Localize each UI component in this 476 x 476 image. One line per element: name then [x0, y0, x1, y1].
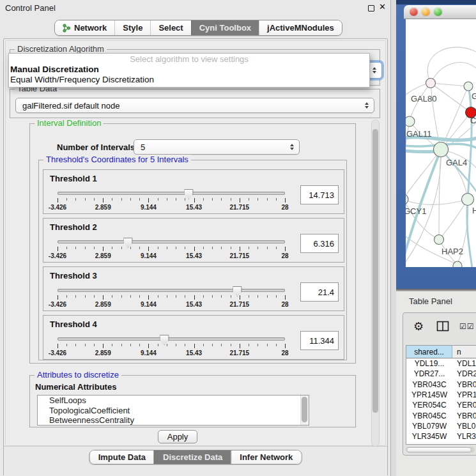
- cell[interactable]: YBL079W: [406, 421, 452, 431]
- cell[interactable]: YDR2: [452, 369, 476, 379]
- cell[interactable]: YIL052C: [406, 441, 452, 445]
- node-label-gal4: GAL4: [446, 158, 467, 167]
- table-row[interactable]: YDL19...YDL1: [406, 358, 476, 369]
- cell[interactable]: YIL0: [452, 441, 476, 445]
- cell[interactable]: YLR345W: [406, 431, 452, 441]
- minimize-traffic-light[interactable]: [422, 8, 430, 16]
- node-bottom-partial[interactable]: [453, 261, 462, 267]
- table-row[interactable]: YBR045CYBR0: [406, 410, 476, 420]
- cell[interactable]: YER054C: [406, 400, 452, 410]
- tick-label: 9.144: [141, 349, 157, 357]
- close-icon[interactable]: ✕: [379, 2, 386, 12]
- tab-jactivemnodules-label: jActiveMNodules: [267, 23, 334, 33]
- node-h[interactable]: [462, 194, 474, 206]
- list-item-betweennesscentrality[interactable]: BetweennessCentrality: [38, 415, 309, 426]
- network-window-titlebar[interactable]: [404, 5, 476, 19]
- cell[interactable]: YBL0: [452, 421, 476, 431]
- threshold-1-value-field[interactable]: [300, 185, 339, 204]
- tab-infer-network-label: Infer Network: [240, 452, 293, 462]
- tab-discretize-data[interactable]: Discretize Data: [154, 450, 231, 464]
- list-scrollbar[interactable]: [300, 395, 309, 425]
- table-row[interactable]: YER054CYER0: [406, 400, 476, 410]
- combo-arrows-icon: [290, 144, 294, 150]
- table-horizontal-scrollbar[interactable]: [406, 447, 475, 453]
- algorithm-hint-item: Select algorithm to view settings: [9, 54, 369, 65]
- right-area: GAL80 G C GAL11 GAL4 GCY1 H HAP2 Table P…: [396, 0, 476, 476]
- node-gal4[interactable]: [434, 142, 449, 157]
- tick-label: 21.715: [230, 301, 250, 308]
- cell[interactable]: YDL1: [452, 358, 476, 369]
- panel-scrollbar[interactable]: [371, 119, 380, 447]
- apply-button[interactable]: Apply: [158, 430, 197, 443]
- algorithm-option-manual[interactable]: Manual Discretization: [9, 65, 369, 75]
- table-data-combobox[interactable]: galFiltered.sif default node: [15, 98, 374, 113]
- tick-label: 9.144: [141, 252, 157, 259]
- tab-impute-data[interactable]: Impute Data: [90, 450, 154, 464]
- cell[interactable]: YPR145W: [406, 390, 452, 400]
- cell[interactable]: YER0: [452, 400, 476, 410]
- cell[interactable]: YLR3: [452, 431, 476, 441]
- table-row[interactable]: YDR27...YDR2: [406, 369, 476, 379]
- cell[interactable]: YBR045C: [406, 410, 452, 420]
- slider-tick-labels: -3.426 2.859 9.144 15.43 21.715 28: [58, 301, 285, 309]
- close-traffic-light[interactable]: [410, 8, 418, 16]
- cell[interactable]: YPR1: [452, 390, 476, 400]
- table-horizontal-scrollbar-thumb[interactable]: [406, 447, 472, 452]
- tick-label: 28: [281, 204, 288, 211]
- threshold-2-box: Threshold 2 -3.426 2.859 9.144 15.43 21.…: [43, 218, 344, 263]
- node-gal11[interactable]: [406, 116, 415, 127]
- column-view-icon[interactable]: [436, 321, 449, 332]
- list-item-selfloops[interactable]: SelfLoops: [38, 395, 309, 406]
- table-row[interactable]: YLR345WYLR3: [406, 431, 476, 441]
- threshold-1-slider[interactable]: -3.426 2.859 9.144 15.43 21.715 28: [58, 188, 285, 213]
- table-row[interactable]: YBL079WYBL0: [406, 421, 476, 431]
- column-header-name[interactable]: n: [452, 346, 476, 358]
- table-row[interactable]: YIL052CYIL0: [406, 441, 476, 445]
- tick-label: 2.859: [95, 349, 111, 357]
- tab-infer-network[interactable]: Infer Network: [231, 450, 301, 464]
- threshold-2-value-field[interactable]: [300, 234, 339, 253]
- list-scrollbar-thumb[interactable]: [302, 397, 307, 422]
- threshold-3-value-field[interactable]: [300, 282, 339, 302]
- slider-track[interactable]: [58, 337, 285, 341]
- threshold-4-slider[interactable]: -3.426 2.859 9.144 15.43 21.715 28: [58, 334, 285, 359]
- number-of-intervals-combobox[interactable]: 5: [134, 139, 300, 155]
- network-view-canvas[interactable]: GAL80 G C GAL11 GAL4 GCY1 H HAP2: [406, 19, 476, 267]
- slider-track[interactable]: [58, 240, 285, 243]
- algorithm-option-equal-width[interactable]: Equal Width/Frequency Discretization: [9, 75, 369, 85]
- panel-scrollbar-thumb[interactable]: [372, 129, 378, 413]
- node-gcy1[interactable]: [406, 194, 408, 204]
- tab-jactivemnodules[interactable]: jActiveMNodules: [259, 20, 342, 35]
- cell[interactable]: YBR0: [452, 410, 476, 420]
- checkboxes-icon[interactable]: ☑☑: [459, 322, 475, 331]
- tab-cyni-toolbox[interactable]: Cyni Toolbox: [191, 20, 259, 35]
- tab-select[interactable]: Select: [150, 20, 190, 35]
- tick-label: 28: [281, 301, 288, 308]
- column-header-shared[interactable]: shared...: [406, 346, 452, 358]
- list-item-topologicalcoefficient[interactable]: TopologicalCoefficient: [38, 406, 309, 416]
- node-gal80[interactable]: [426, 79, 436, 88]
- cell[interactable]: YDL19...: [406, 358, 452, 369]
- network-icon: [63, 24, 71, 33]
- slider-track[interactable]: [58, 192, 285, 195]
- gear-icon[interactable]: ⚙: [413, 319, 424, 334]
- float-window-icon[interactable]: [368, 5, 374, 12]
- tab-style[interactable]: Style: [114, 20, 150, 35]
- node-hap2[interactable]: [434, 235, 444, 245]
- slider-track[interactable]: [58, 289, 285, 292]
- threshold-2-slider[interactable]: -3.426 2.859 9.144 15.43 21.715 28: [58, 236, 285, 262]
- table-row[interactable]: YPR145WYPR1: [406, 390, 476, 400]
- table-row[interactable]: YBR043CYBR0: [406, 380, 476, 390]
- cell[interactable]: YDR27...: [406, 369, 452, 379]
- threshold-3-slider[interactable]: -3.426 2.859 9.144 15.43 21.715 28: [58, 285, 285, 311]
- tab-network[interactable]: Network: [55, 20, 114, 35]
- cell[interactable]: YBR0: [452, 380, 476, 390]
- tick-label: 2.859: [95, 301, 111, 308]
- node-label-hap2: HAP2: [441, 247, 463, 256]
- node-g[interactable]: [464, 82, 473, 91]
- zoom-traffic-light[interactable]: [434, 8, 442, 16]
- attributes-group: Attributes to discretize Numerical Attri…: [29, 375, 356, 427]
- attributes-group-label: Attributes to discretize: [35, 370, 121, 380]
- threshold-4-value-field[interactable]: [300, 331, 339, 350]
- cell[interactable]: YBR043C: [406, 380, 452, 390]
